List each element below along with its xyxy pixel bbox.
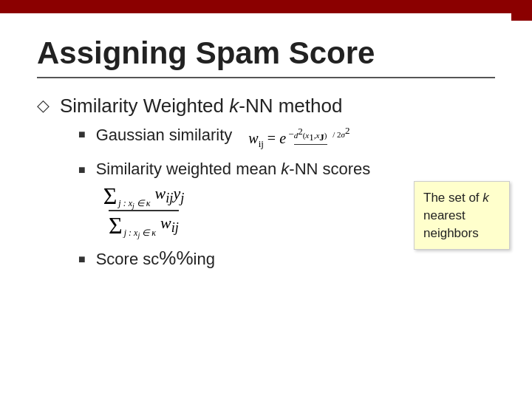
fraction-numerator: Σ j : xj ∈ κ wijyj [103, 184, 185, 210]
sum-denominator-subscript: j : xj ∈ κ [124, 228, 156, 239]
fraction-denominator: Σ j : xj ∈ κ wij [109, 210, 179, 237]
sum-numerator-subscript: j : xj ∈ κ [118, 198, 150, 210]
top-bar [0, 0, 532, 13]
score-scaling-label: Score sc%%ing [96, 246, 215, 271]
main-bullet: ◇ Similarity Weighted k-NN method [37, 95, 495, 117]
similarity-weighted-content: Similarity weighted mean k-NN scores Σ j… [96, 159, 371, 237]
wij-denom: wij [160, 214, 179, 236]
tooltip-box: The set of k nearest neighbors [414, 181, 510, 250]
similarity-weighted-bullet: ■ [78, 163, 86, 177]
sum-numerator-symbol: Σ [103, 184, 117, 208]
gaussian-bullet: ■ [78, 128, 86, 141]
gaussian-content: Gaussian similarity wij = e −d2(x1,xJ) /… [96, 125, 350, 150]
main-bullet-icon: ◇ [37, 96, 50, 115]
sum-denominator-symbol: Σ [109, 214, 123, 237]
main-content: Assigning Spam Score ◇ Similarity Weight… [0, 13, 532, 294]
gaussian-label: Gaussian similarity [96, 126, 233, 144]
tooltip-text: The set of k nearest neighbors [423, 191, 489, 240]
wij-yj: wijyj [155, 184, 185, 206]
similarity-weighted-label: Similarity weighted mean k-NN scores [96, 160, 371, 178]
title-divider [37, 77, 495, 78]
gaussian-formula: wij = e −d2(x1,xJ) / 2σ2 [241, 126, 349, 150]
main-bullet-label: Similarity Weighted k-NN method [60, 95, 342, 117]
score-scaling-bullet: ■ [78, 253, 86, 266]
big-fraction: Σ j : xj ∈ κ wijyj Σ j : [103, 184, 185, 237]
formula-block: Σ j : xj ∈ κ wijyj Σ j : [103, 184, 371, 237]
page-title: Assigning Spam Score [37, 35, 495, 71]
gaussian-item: ■ Gaussian similarity wij = e −d2(x1,xJ)… [78, 125, 495, 150]
